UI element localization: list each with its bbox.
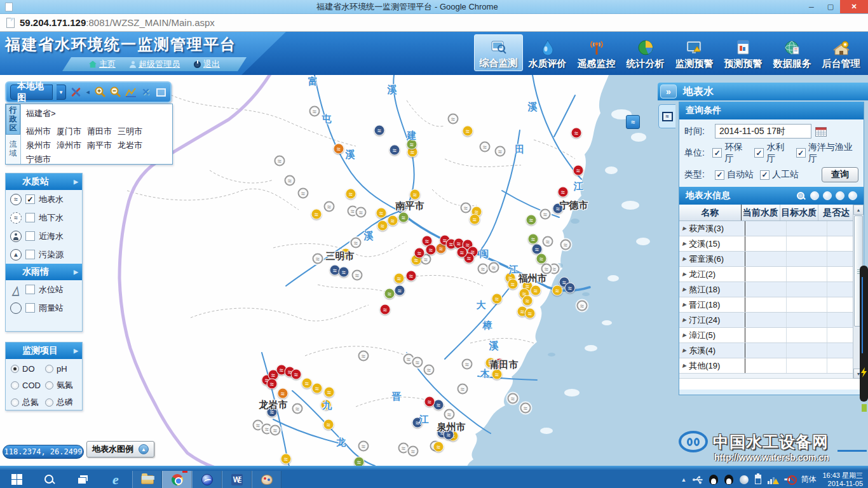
view-option-1-icon[interactable] bbox=[810, 191, 819, 200]
base-map-button[interactable]: 本地地图 bbox=[10, 85, 53, 100]
file-explorer-button[interactable] bbox=[132, 471, 162, 488]
station-marker[interactable]: ≈ bbox=[278, 388, 288, 399]
station-marker[interactable]: ≈ bbox=[356, 207, 367, 218]
nh3n-radio[interactable] bbox=[45, 381, 53, 390]
do-radio[interactable] bbox=[11, 365, 19, 373]
radio-option-cod[interactable]: COD bbox=[11, 379, 45, 391]
radio-option-do[interactable]: DO bbox=[11, 364, 45, 374]
qq-icon[interactable] bbox=[709, 475, 718, 485]
province-breadcrumb[interactable]: 福建省> bbox=[26, 108, 167, 119]
nav-forecast-alert[interactable]: 预测预警 bbox=[719, 36, 768, 71]
view-option-4-icon[interactable] bbox=[848, 191, 857, 200]
city-link[interactable]: 莆田市 bbox=[87, 125, 112, 139]
water-conservancy-checkbox[interactable] bbox=[754, 148, 764, 158]
logout-link[interactable]: 退出 bbox=[194, 58, 220, 70]
station-marker[interactable]: ≈ bbox=[406, 271, 417, 281]
zoom-out-icon[interactable] bbox=[110, 85, 121, 99]
search-icon[interactable] bbox=[796, 191, 805, 200]
row-expand-icon[interactable]: ▶ bbox=[682, 348, 686, 353]
station-marker[interactable]: ≈ bbox=[522, 295, 533, 306]
water-rain-section-header[interactable]: 水雨情▶ bbox=[6, 264, 82, 280]
nav-data-service[interactable]: 数据服务 bbox=[768, 36, 817, 71]
station-marker[interactable]: ≈ bbox=[508, 393, 519, 404]
station-marker[interactable]: ≈ bbox=[394, 273, 405, 284]
station-marker[interactable]: ≈ bbox=[492, 294, 503, 304]
radio-option-nh3n[interactable]: 氨氮 bbox=[45, 379, 79, 391]
row-expand-icon[interactable]: ▶ bbox=[682, 226, 686, 231]
station-marker[interactable]: ≈ bbox=[528, 234, 539, 245]
nav-admin-backend[interactable]: 后台管理 bbox=[817, 36, 865, 71]
station-marker[interactable]: ≈ bbox=[571, 128, 582, 139]
station-marker[interactable]: ≈ bbox=[324, 387, 335, 398]
network-warning-icon[interactable] bbox=[768, 475, 778, 484]
nav-monitor-alert[interactable]: 监测预警 bbox=[670, 36, 719, 71]
city-link[interactable]: 泉州市 bbox=[26, 139, 51, 152]
station-marker[interactable]: ≈ bbox=[376, 208, 387, 219]
paint-taskbar-button[interactable] bbox=[252, 471, 281, 488]
tab-administrative[interactable]: 行政区 bbox=[6, 104, 20, 135]
station-marker[interactable]: ≈ bbox=[281, 454, 292, 464]
calendar-icon[interactable] bbox=[815, 126, 827, 137]
station-marker[interactable]: ≈ bbox=[390, 145, 400, 156]
home-link[interactable]: 主页 bbox=[89, 58, 116, 70]
side-tool-strip[interactable] bbox=[860, 266, 868, 402]
row-expand-icon[interactable]: ▶ bbox=[682, 271, 686, 277]
map-mini-layer-button[interactable]: ≈ bbox=[626, 115, 640, 129]
type-auto-option[interactable]: 自动站 bbox=[715, 169, 754, 180]
measure-icon[interactable] bbox=[125, 85, 137, 99]
station-marker[interactable]: ≈ bbox=[352, 270, 363, 281]
unit-ocean-fishery-option[interactable]: 海洋与渔业厅 bbox=[796, 142, 856, 165]
station-marker[interactable]: ≈ bbox=[298, 188, 309, 199]
row-expand-icon[interactable]: ▶ bbox=[682, 302, 686, 308]
station-marker[interactable]: ≈ bbox=[478, 264, 489, 274]
base-map-dropdown[interactable]: ▼ bbox=[57, 85, 66, 100]
station-marker[interactable]: ≈ bbox=[424, 365, 435, 376]
ground-water-checkbox[interactable] bbox=[25, 213, 35, 222]
station-marker[interactable]: ≈ bbox=[408, 446, 419, 457]
map-tools-icon[interactable] bbox=[70, 85, 81, 99]
epa-checkbox[interactable] bbox=[712, 148, 722, 158]
station-marker[interactable]: ≈ bbox=[275, 156, 285, 166]
station-marker[interactable]: ≈ bbox=[414, 248, 425, 259]
station-marker[interactable]: ≈ bbox=[398, 212, 409, 223]
row-expand-icon[interactable]: ▶ bbox=[682, 317, 686, 323]
station-marker[interactable]: ≈ bbox=[573, 165, 584, 176]
station-marker[interactable]: ≈ bbox=[313, 254, 323, 264]
panel-side-tab[interactable]: ≈ bbox=[658, 104, 675, 128]
col-name[interactable]: 名称 bbox=[679, 205, 742, 220]
ie-taskbar-button[interactable]: e bbox=[99, 471, 132, 488]
radio-option-ph[interactable]: pH bbox=[45, 364, 79, 374]
tray-expand-icon[interactable]: ▲ bbox=[681, 477, 686, 483]
url-text[interactable]: 59.204.171.129:8081/WZSZ_MAIN/Main.aspx bbox=[20, 17, 215, 28]
map-viewport[interactable]: ≈≈≈≈≈≈≈≈≈≈≈≈≈≈≈≈≈≈≈≈≈≈≈≈≈≈≈≈≈≈≈≈≈≈≈≈≈≈≈≈… bbox=[0, 75, 868, 466]
station-marker[interactable]: ≈ bbox=[536, 254, 547, 264]
station-marker[interactable]: ≈ bbox=[384, 288, 395, 299]
tp-radio[interactable] bbox=[45, 398, 53, 407]
city-link[interactable]: 三明市 bbox=[118, 125, 142, 139]
surface-water-checkbox[interactable] bbox=[25, 194, 35, 204]
task-view-button[interactable] bbox=[66, 471, 99, 488]
station-marker[interactable]: ≈ bbox=[412, 357, 423, 368]
row-expand-icon[interactable]: ▶ bbox=[682, 332, 686, 338]
query-button[interactable]: 查询 bbox=[822, 167, 858, 182]
station-marker[interactable]: ≈ bbox=[354, 457, 365, 466]
nav-statistics[interactable]: 统计分析 bbox=[621, 36, 670, 71]
station-marker[interactable]: ≈ bbox=[374, 125, 385, 136]
word-taskbar-button[interactable]: W bbox=[222, 471, 252, 488]
station-marker[interactable]: ≈ bbox=[448, 114, 459, 125]
station-marker[interactable]: ≈ bbox=[462, 359, 473, 370]
admin-user-link[interactable]: 超级管理员 bbox=[130, 58, 180, 70]
station-marker[interactable]: ≈ bbox=[558, 187, 569, 198]
station-marker[interactable]: ≈ bbox=[285, 175, 295, 186]
station-marker[interactable]: ≈ bbox=[377, 220, 388, 231]
type-manual-option[interactable]: 人工站 bbox=[760, 169, 799, 180]
table-row[interactable]: ▶熬江(18) bbox=[679, 282, 854, 297]
search-button[interactable] bbox=[33, 471, 66, 488]
station-marker[interactable]: ≈ bbox=[311, 209, 322, 220]
usb-icon[interactable] bbox=[693, 475, 703, 485]
station-marker[interactable]: ≈ bbox=[577, 301, 588, 311]
tab-river-basin[interactable]: 流域 bbox=[6, 135, 20, 164]
station-marker[interactable]: ≈ bbox=[526, 215, 537, 226]
legend-toggle-button[interactable]: 地表水图例 ▲ bbox=[86, 441, 154, 458]
station-marker[interactable]: ≈ bbox=[358, 351, 369, 362]
